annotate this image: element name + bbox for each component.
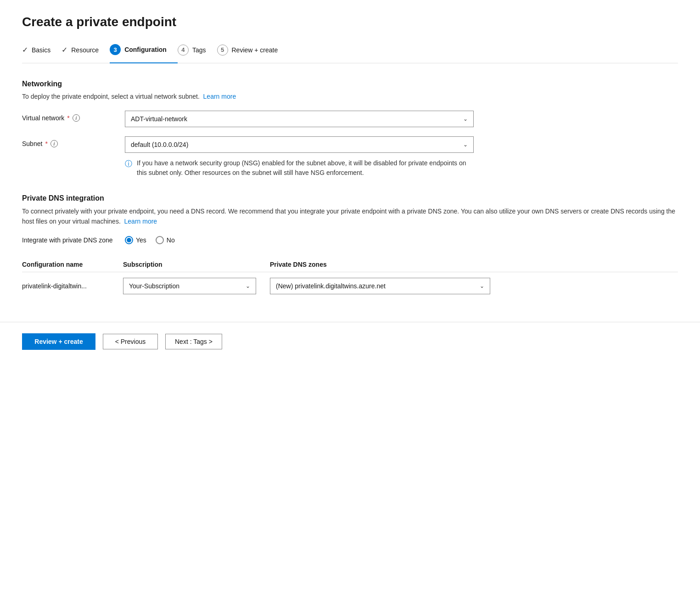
step-configuration-label: Configuration xyxy=(124,46,167,53)
dns-table-header-config: Configuration name xyxy=(22,257,123,272)
virtual-network-dropdown[interactable]: ADT-virtual-network ⌄ xyxy=(125,111,474,127)
virtual-network-chevron-icon: ⌄ xyxy=(463,116,468,122)
subnet-chevron-icon: ⌄ xyxy=(463,141,468,148)
step-resource[interactable]: ✓ Resource xyxy=(62,45,110,62)
radio-inner-yes xyxy=(127,238,131,242)
dns-subscription-cell: Your-Subscription ⌄ xyxy=(123,272,270,300)
networking-section: Networking To deploy the private endpoin… xyxy=(22,80,678,180)
subnet-dropdown[interactable]: default (10.0.0.0/24) ⌄ xyxy=(125,136,474,153)
subnet-value: default (10.0.0.0/24) xyxy=(131,141,188,148)
subnet-info-icon[interactable]: i xyxy=(50,140,58,147)
integrate-dns-row: Integrate with private DNS zone Yes No xyxy=(22,236,678,244)
nsg-info-text: If you have a network security group (NS… xyxy=(137,158,474,178)
subnet-row: Subnet * i default (10.0.0.0/24) ⌄ ⓘ If … xyxy=(22,136,678,180)
step-configuration[interactable]: 3 Configuration xyxy=(110,44,178,63)
private-dns-title: Private DNS integration xyxy=(22,194,678,202)
step-configuration-number: 3 xyxy=(110,44,121,55)
footer-bar: Review + create < Previous Next : Tags > xyxy=(0,322,700,361)
virtual-network-control: ADT-virtual-network ⌄ xyxy=(125,111,474,127)
nsg-info-box: ⓘ If you have a network security group (… xyxy=(125,157,474,180)
step-tags[interactable]: 4 Tags xyxy=(178,45,217,63)
step-review-create-label: Review + create xyxy=(232,46,278,54)
dns-config-name: privatelink-digitaltwin... xyxy=(22,272,123,300)
wizard-steps: ✓ Basics ✓ Resource 3 Configuration 4 Ta… xyxy=(22,44,678,63)
dns-subscription-chevron-icon: ⌄ xyxy=(246,283,250,289)
previous-button[interactable]: < Previous xyxy=(103,334,158,349)
radio-input-yes[interactable] xyxy=(125,236,133,244)
dns-zone-chevron-icon: ⌄ xyxy=(480,283,484,289)
private-dns-learn-more-link[interactable]: Learn more xyxy=(124,218,157,225)
networking-learn-more-link[interactable]: Learn more xyxy=(203,93,236,100)
review-create-button[interactable]: Review + create xyxy=(22,333,95,350)
step-tags-number: 4 xyxy=(178,45,189,56)
dns-zone-cell: (New) privatelink.digitaltwins.azure.net… xyxy=(270,272,678,300)
subnet-control: default (10.0.0.0/24) ⌄ ⓘ If you have a … xyxy=(125,136,474,180)
page-title: Create a private endpoint xyxy=(22,15,678,29)
radio-no-label: No xyxy=(167,236,175,244)
step-basics-check: ✓ xyxy=(22,45,28,54)
step-resource-check: ✓ xyxy=(62,45,67,54)
dns-subscription-dropdown[interactable]: Your-Subscription ⌄ xyxy=(123,278,256,294)
dns-subscription-value: Your-Subscription xyxy=(129,282,179,290)
dns-table: Configuration name Subscription Private … xyxy=(22,257,678,300)
networking-title: Networking xyxy=(22,80,678,88)
step-resource-label: Resource xyxy=(71,46,99,54)
subnet-required: * xyxy=(45,140,47,147)
radio-option-yes[interactable]: Yes xyxy=(125,236,146,244)
private-dns-description: To connect privately with your private e… xyxy=(22,206,678,227)
step-review-create-number: 5 xyxy=(217,45,228,56)
step-review-create[interactable]: 5 Review + create xyxy=(217,45,289,63)
virtual-network-required: * xyxy=(67,114,69,122)
dns-table-header-zones: Private DNS zones xyxy=(270,257,678,272)
radio-yes-label: Yes xyxy=(136,236,146,244)
dns-zone-dropdown[interactable]: (New) privatelink.digitaltwins.azure.net… xyxy=(270,278,490,294)
virtual-network-label: Virtual network * i xyxy=(22,111,114,122)
virtual-network-info-icon[interactable]: i xyxy=(73,114,80,122)
dns-zone-value: (New) privatelink.digitaltwins.azure.net xyxy=(276,282,386,290)
virtual-network-value: ADT-virtual-network xyxy=(131,115,187,123)
integrate-dns-radio-group: Yes No xyxy=(125,236,175,244)
radio-input-no[interactable] xyxy=(156,236,164,244)
virtual-network-row: Virtual network * i ADT-virtual-network … xyxy=(22,111,678,127)
radio-option-no[interactable]: No xyxy=(156,236,175,244)
dns-table-header-subscription: Subscription xyxy=(123,257,270,272)
nsg-info-icon: ⓘ xyxy=(125,159,132,178)
step-basics-label: Basics xyxy=(32,46,50,54)
networking-description: To deploy the private endpoint, select a… xyxy=(22,92,678,101)
private-dns-section: Private DNS integration To connect priva… xyxy=(22,194,678,300)
dns-table-row: privatelink-digitaltwin... Your-Subscrip… xyxy=(22,272,678,300)
next-tags-button[interactable]: Next : Tags > xyxy=(165,334,222,349)
integrate-dns-label: Integrate with private DNS zone xyxy=(22,236,114,244)
step-basics[interactable]: ✓ Basics xyxy=(22,45,62,62)
step-tags-label: Tags xyxy=(192,46,206,54)
subnet-label: Subnet * i xyxy=(22,136,114,147)
